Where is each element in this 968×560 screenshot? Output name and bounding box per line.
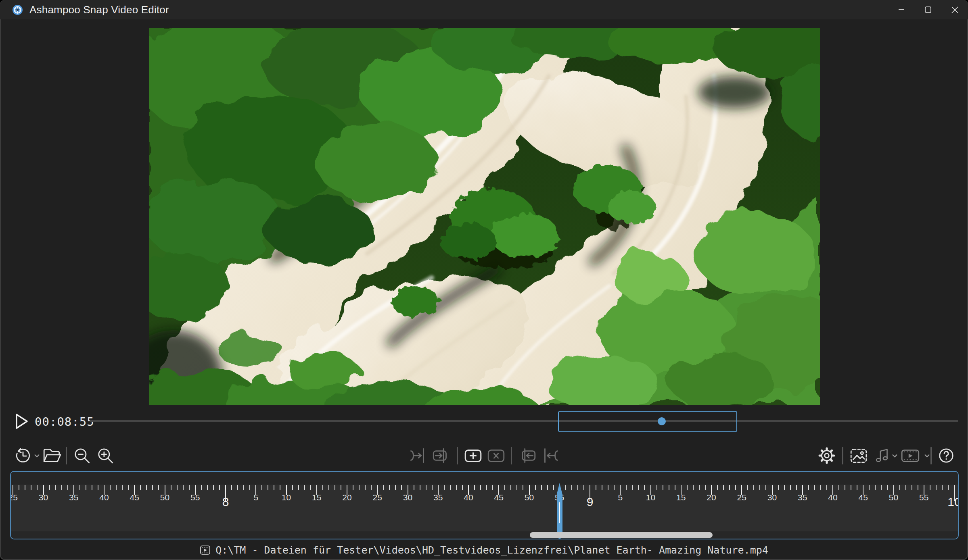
video-file-icon bbox=[200, 545, 211, 556]
ruler-tick bbox=[292, 485, 293, 490]
ruler-second-label: 40 bbox=[828, 493, 837, 502]
ruler-tick bbox=[450, 485, 451, 490]
titlebar[interactable]: Ashampoo Snap Video Editor bbox=[0, 0, 968, 19]
ruler-tick bbox=[930, 485, 930, 490]
play-icon bbox=[15, 413, 29, 430]
ruler-tick bbox=[365, 485, 366, 490]
ruler-second-label: 55 bbox=[919, 493, 928, 502]
ruler-second-label: 35 bbox=[69, 493, 78, 502]
timeline-playhead[interactable] bbox=[557, 483, 562, 539]
ruler-second-label: 35 bbox=[433, 493, 443, 502]
open-folder-icon bbox=[42, 446, 62, 465]
video-chevron-down-icon[interactable] bbox=[924, 443, 930, 468]
ruler-tick bbox=[158, 485, 159, 490]
zoom-out-button[interactable] bbox=[73, 443, 91, 468]
export-audio-button[interactable] bbox=[873, 443, 892, 468]
ruler-second-label: 25 bbox=[10, 493, 18, 502]
seek-handle[interactable] bbox=[658, 417, 666, 425]
history-button[interactable] bbox=[14, 443, 32, 468]
export-video-button[interactable] bbox=[900, 443, 921, 468]
ruler-minute-label: 8 bbox=[222, 495, 229, 509]
clip-arrow-left-icon bbox=[517, 446, 537, 465]
ruler-second-label: 45 bbox=[130, 493, 139, 502]
ruler-tick bbox=[146, 485, 147, 490]
ruler-tick bbox=[875, 485, 876, 490]
minimize-button[interactable] bbox=[888, 0, 915, 19]
trim-end-icon bbox=[408, 446, 429, 465]
audio-chevron-down-icon[interactable] bbox=[892, 443, 898, 468]
ruler-tick bbox=[759, 485, 760, 490]
ruler-tick bbox=[31, 485, 31, 490]
ruler-tick bbox=[699, 485, 700, 490]
help-button[interactable] bbox=[937, 443, 955, 468]
ruler-tick bbox=[723, 485, 724, 490]
ruler-tick bbox=[729, 485, 730, 490]
ruler-tick bbox=[189, 485, 190, 490]
open-file-button[interactable] bbox=[42, 443, 62, 468]
maximize-button[interactable] bbox=[915, 0, 941, 19]
ruler-tick bbox=[753, 485, 754, 490]
close-button[interactable] bbox=[941, 0, 968, 19]
ruler-tick bbox=[37, 485, 38, 490]
ruler-tick bbox=[383, 485, 384, 490]
ruler-tick bbox=[510, 485, 511, 490]
ruler-tick bbox=[310, 485, 311, 490]
file-path: Q:\TM - Dateien für Tester\Videos\HD_Tes… bbox=[215, 544, 768, 556]
export-snapshot-button[interactable] bbox=[849, 443, 868, 468]
history-chevron-down-icon[interactable] bbox=[34, 443, 40, 468]
ruler-tick bbox=[608, 485, 608, 490]
ruler-tick bbox=[693, 485, 694, 490]
ruler-tick bbox=[462, 485, 463, 490]
seek-track[interactable] bbox=[90, 420, 958, 422]
ruler-tick bbox=[656, 485, 657, 490]
zoom-in-button[interactable] bbox=[96, 443, 115, 468]
settings-button[interactable] bbox=[817, 443, 836, 468]
ruler-tick bbox=[371, 485, 372, 490]
statusbar: Q:\TM - Dateien für Tester\Videos\HD_Tes… bbox=[0, 542, 968, 558]
toolbar-divider bbox=[457, 447, 458, 464]
ruler-tick bbox=[414, 485, 414, 490]
ruler-tick bbox=[61, 485, 62, 490]
ruler-second-label: 20 bbox=[707, 493, 716, 502]
waterfall-frame bbox=[149, 28, 820, 405]
ruler-tick bbox=[687, 485, 688, 490]
play-button[interactable] bbox=[15, 413, 29, 430]
ruler-tick bbox=[899, 485, 900, 490]
move-cut-right-button[interactable] bbox=[431, 443, 451, 468]
add-cut-button[interactable] bbox=[463, 443, 483, 468]
toolbar-divider bbox=[511, 447, 512, 464]
ruler-tick bbox=[219, 485, 220, 490]
ruler-tick bbox=[328, 485, 329, 490]
ruler-tick bbox=[231, 485, 232, 490]
trim-start-button[interactable] bbox=[540, 443, 560, 468]
move-cut-left-button[interactable] bbox=[517, 443, 537, 468]
timeline-scroll-thumb[interactable] bbox=[530, 532, 713, 538]
remove-cut-button[interactable] bbox=[486, 443, 506, 468]
ruler-tick bbox=[19, 485, 19, 490]
ruler-second-label: 40 bbox=[99, 493, 109, 502]
seek-visible-range[interactable] bbox=[558, 411, 737, 432]
trim-end-button[interactable] bbox=[408, 443, 429, 468]
ruler-tick bbox=[602, 485, 602, 490]
zoom-out-icon bbox=[73, 446, 91, 465]
ruler-tick bbox=[523, 485, 523, 490]
ruler-tick bbox=[353, 485, 353, 490]
toolbar-divider bbox=[842, 447, 843, 464]
ruler-tick bbox=[152, 485, 153, 490]
ruler-second-label: 40 bbox=[464, 493, 473, 502]
ruler-tick bbox=[808, 485, 809, 490]
ruler-tick bbox=[486, 485, 487, 490]
ruler-tick bbox=[778, 485, 779, 490]
ruler-tick bbox=[474, 485, 475, 490]
ruler-second-label: 5 bbox=[618, 493, 623, 502]
video-preview[interactable] bbox=[149, 28, 820, 405]
ruler-tick bbox=[183, 485, 184, 490]
ruler-tick bbox=[25, 485, 25, 490]
ruler-tick bbox=[122, 485, 123, 490]
ruler-second-label: 45 bbox=[494, 493, 504, 502]
ruler-tick bbox=[67, 485, 68, 490]
timeline-scroll-track[interactable] bbox=[11, 531, 958, 539]
timeline-ruler[interactable]: 2530354045505585101520253035404550559510… bbox=[10, 471, 959, 539]
ruler-tick bbox=[249, 485, 250, 490]
music-icon bbox=[873, 446, 892, 465]
